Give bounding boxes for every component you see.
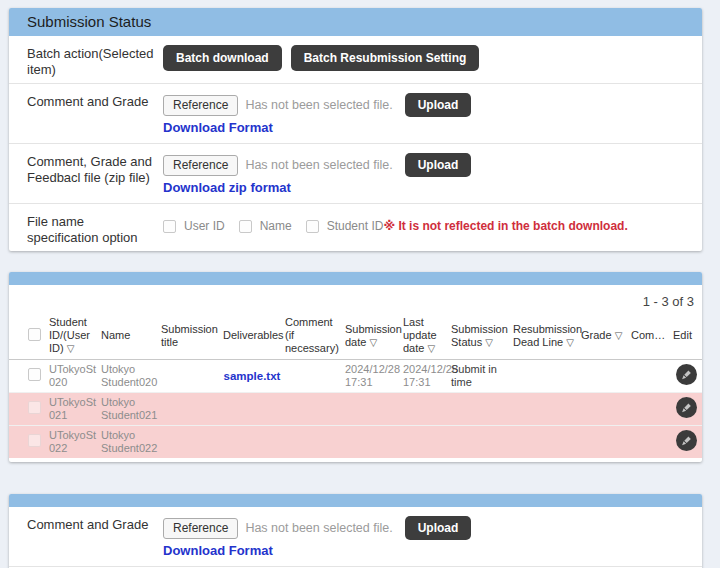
col-grade[interactable]: Grade ▽	[579, 312, 629, 360]
user-id-checkbox[interactable]	[163, 220, 176, 233]
row-checkbox[interactable]	[28, 434, 41, 447]
name-cell: Utokyo Student022	[99, 426, 159, 459]
resubmission-deadline-cell	[511, 360, 579, 393]
file-name-option-row: File name specification option User ID N…	[9, 203, 702, 251]
edit-icon[interactable]	[676, 364, 697, 385]
batch-action-row: Batch action(Selected item) Batch downlo…	[9, 36, 702, 83]
submission-status-cell	[449, 393, 511, 426]
last-update-date-cell	[401, 426, 449, 459]
col-comment: Comment (if necessary)	[283, 312, 343, 360]
col-resubmission-deadline[interactable]: Resubmission Dead Line ▽	[511, 312, 579, 360]
comment-grade-zip-row: Comment, Grade and Feedbacl file (zip fi…	[9, 143, 702, 203]
submission-status-panel: Submission Status Batch action(Selected …	[9, 8, 702, 251]
file-status-text: Has not been selected file.	[245, 98, 392, 112]
grade-cell	[579, 426, 629, 459]
upload-button[interactable]: Upload	[405, 516, 472, 540]
batch-download-note: ※ It is not reflected in the batch downl…	[383, 219, 627, 233]
pagination-status: 1 - 3 of 3	[9, 285, 702, 312]
com-cell	[629, 360, 671, 393]
submission-title-cell	[159, 426, 221, 459]
student-id-cell: UTokyoSt021	[47, 393, 99, 426]
table-row: UTokyoSt021 Utokyo Student021	[9, 393, 702, 426]
last-update-date-cell: 2024/12/28 17:31	[401, 360, 449, 393]
col-student-id[interactable]: Student ID/(User ID) ▽	[47, 312, 99, 360]
panel-accent-bar	[9, 494, 702, 507]
edit-icon[interactable]	[676, 430, 697, 451]
panel-title: Submission Status	[9, 8, 702, 36]
comment-grade-label: Comment and Grade	[9, 512, 163, 561]
comment-grade-row: Comment and Grade Reference Has not been…	[9, 83, 702, 143]
file-status-text: Has not been selected file.	[245, 521, 392, 535]
resubmission-deadline-cell	[511, 426, 579, 459]
table-header-row: Student ID/(User ID) ▽ Name Submission t…	[9, 312, 702, 360]
col-submission-date[interactable]: Submission date ▽	[343, 312, 401, 360]
student-id-cell: UTokyoSt020	[47, 360, 99, 393]
grade-cell	[579, 360, 629, 393]
table-row: UTokyoSt022 Utokyo Student022	[9, 426, 702, 459]
file-name-option-label: File name specification option	[9, 209, 163, 246]
row-checkbox[interactable]	[28, 401, 41, 414]
comment-grade-row: Comment and Grade Reference Has not been…	[9, 507, 702, 566]
reference-button[interactable]: Reference	[163, 95, 238, 116]
sort-icon[interactable]: ▽	[369, 337, 377, 348]
batch-resubmission-setting-button[interactable]: Batch Resubmission Setting	[291, 45, 480, 71]
comment-cell	[283, 426, 343, 459]
student-id-cell: UTokyoSt022	[47, 426, 99, 459]
submission-title-cell	[159, 360, 221, 393]
table-row: UTokyoSt020 Utokyo Student020 sample.txt…	[9, 360, 702, 393]
col-submission-title: Submission title	[159, 312, 221, 360]
submission-status-cell	[449, 426, 511, 459]
download-zip-format-link[interactable]: Download zip format	[163, 180, 291, 195]
col-last-update-date[interactable]: Last update date ▽	[401, 312, 449, 360]
com-cell	[629, 426, 671, 459]
comment-cell	[283, 360, 343, 393]
batch-action-label: Batch action(Selected item)	[9, 41, 163, 78]
com-cell	[629, 393, 671, 426]
student-id-checkbox-label: Student ID	[327, 219, 384, 233]
submission-table: Student ID/(User ID) ▽ Name Submission t…	[9, 312, 702, 458]
col-name: Name	[99, 312, 159, 360]
submission-date-cell	[343, 426, 401, 459]
name-checkbox-label: Name	[260, 219, 292, 233]
download-format-link[interactable]: Download Format	[163, 120, 273, 135]
upload-button[interactable]: Upload	[405, 93, 472, 117]
col-submission-status[interactable]: Submission Status ▽	[449, 312, 511, 360]
name-cell: Utokyo Student020	[99, 360, 159, 393]
sort-icon[interactable]: ▽	[566, 337, 574, 348]
student-id-checkbox[interactable]	[306, 220, 319, 233]
deliverables-cell	[221, 426, 283, 459]
submission-title-cell	[159, 393, 221, 426]
col-com: Com…	[629, 312, 671, 360]
name-cell: Utokyo Student021	[99, 393, 159, 426]
grade-cell	[579, 393, 629, 426]
batch-download-button[interactable]: Batch download	[163, 45, 282, 71]
submission-status-cell: Submit in time	[449, 360, 511, 393]
name-checkbox[interactable]	[239, 220, 252, 233]
upload-button[interactable]: Upload	[405, 153, 472, 177]
submission-table-panel: 1 - 3 of 3 Student ID/(User ID) ▽ Name S…	[9, 272, 702, 462]
last-update-date-cell	[401, 393, 449, 426]
row-checkbox[interactable]	[28, 368, 41, 381]
deliverables-cell	[221, 393, 283, 426]
deliverable-file-link[interactable]: sample.txt	[224, 370, 281, 382]
col-edit: Edit	[671, 312, 702, 360]
sort-icon[interactable]: ▽	[427, 343, 435, 354]
sort-icon[interactable]: ▽	[67, 343, 75, 354]
col-deliverables: Deliverables	[221, 312, 283, 360]
comment-grade-zip-label: Comment, Grade and Feedbacl file (zip fi…	[9, 149, 163, 198]
submission-date-cell: 2024/12/28 17:31	[343, 360, 401, 393]
edit-icon[interactable]	[676, 397, 697, 418]
submission-date-cell	[343, 393, 401, 426]
resubmission-deadline-cell	[511, 393, 579, 426]
panel-accent-bar	[9, 272, 702, 285]
file-status-text: Has not been selected file.	[245, 158, 392, 172]
bottom-upload-panel: Comment and Grade Reference Has not been…	[9, 494, 702, 568]
download-format-link[interactable]: Download Format	[163, 543, 273, 558]
comment-grade-label: Comment and Grade	[9, 89, 163, 138]
reference-button[interactable]: Reference	[163, 518, 238, 539]
user-id-checkbox-label: User ID	[184, 219, 225, 233]
reference-button[interactable]: Reference	[163, 155, 238, 176]
sort-icon[interactable]: ▽	[615, 330, 623, 341]
sort-icon[interactable]: ▽	[485, 337, 493, 348]
select-all-checkbox[interactable]	[28, 328, 41, 341]
